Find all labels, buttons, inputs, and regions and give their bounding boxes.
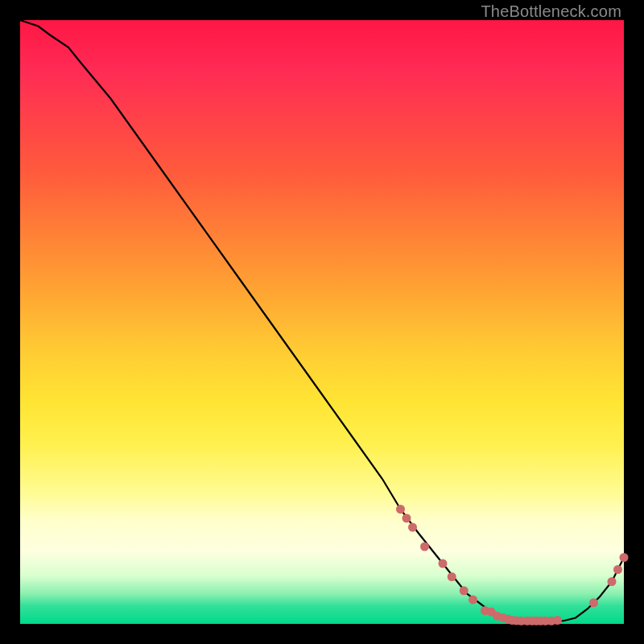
data-points <box>396 505 629 625</box>
data-point <box>439 559 448 568</box>
watermark-text: TheBottleneck.com <box>481 2 621 21</box>
chart-frame: TheBottleneck.com <box>0 0 644 644</box>
data-point <box>620 553 629 562</box>
data-point <box>608 577 617 586</box>
data-point <box>613 565 622 574</box>
data-point <box>553 616 562 625</box>
data-point <box>469 596 477 605</box>
bottleneck-curve <box>20 20 624 621</box>
chart-overlay <box>20 20 624 624</box>
data-point <box>408 523 417 532</box>
data-point <box>448 572 456 581</box>
data-point <box>402 514 411 522</box>
data-point <box>420 543 429 551</box>
data-point <box>589 598 598 607</box>
data-point <box>460 586 469 595</box>
data-point <box>396 505 405 514</box>
